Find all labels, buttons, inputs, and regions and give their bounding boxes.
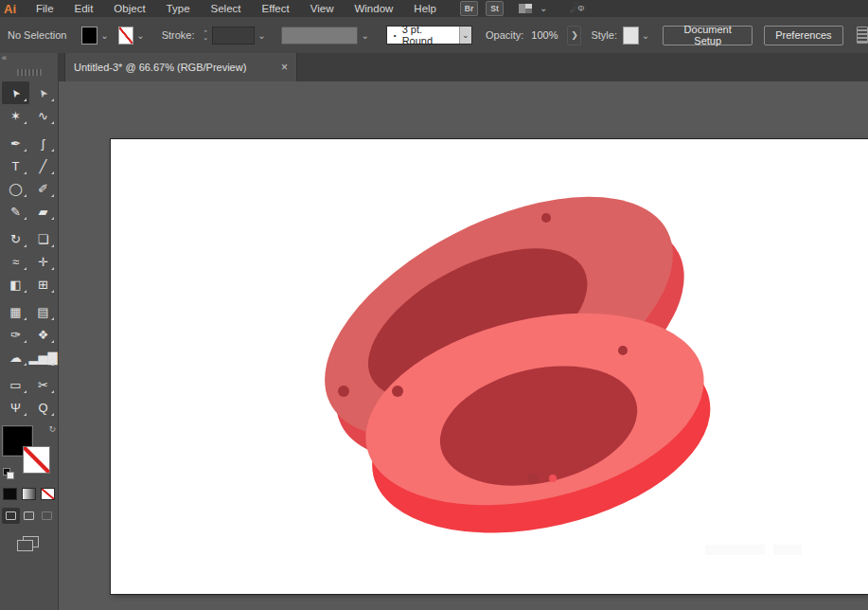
menu-file[interactable]: File [26, 3, 64, 14]
document-setup-button[interactable]: Document Setup [663, 26, 753, 45]
arrange-documents-icon[interactable] [519, 4, 532, 13]
gradient-button[interactable] [22, 488, 36, 500]
fill-stroke-indicator: ↻ [3, 426, 56, 479]
blend-tool[interactable]: ❖ [29, 323, 57, 346]
shape-builder-tool[interactable]: ◧ [2, 273, 29, 296]
slice-tool-icon: ✂ [38, 379, 48, 391]
default-fill-stroke-icon[interactable] [3, 468, 13, 478]
fill-color-swatch[interactable] [81, 27, 97, 45]
free-transform-tool-icon: ✛ [38, 256, 48, 268]
stroke-width-dropdown[interactable] [212, 27, 255, 45]
menu-help[interactable]: Help [403, 3, 447, 14]
line-segment-tool[interactable]: ╱ [29, 154, 57, 177]
bridge-button[interactable]: Br [460, 1, 478, 16]
rotate-tool[interactable]: ↻ [2, 227, 29, 250]
scale-tool[interactable]: ❏ [29, 227, 57, 250]
line-segment-tool-icon: ╱ [40, 160, 47, 172]
pasteboard[interactable] [59, 81, 868, 610]
stock-button[interactable]: St [486, 1, 504, 16]
color-mode-row [3, 488, 55, 500]
gpu-performance-button[interactable]: ☄ Φ [570, 2, 584, 15]
perspective-grid-tool[interactable]: ⊞ [29, 273, 57, 296]
opacity-value[interactable]: 100% [531, 29, 558, 41]
gradient-tool-icon: ▤ [37, 306, 48, 318]
menu-window[interactable]: Window [344, 3, 403, 14]
draw-inside-button[interactable] [38, 508, 56, 524]
magic-wand-tool[interactable]: ✶ [2, 104, 29, 127]
document-tab-title: Untitled-3* @ 66.67% (RGB/Preview) [74, 62, 246, 73]
menu-edit[interactable]: Edit [64, 3, 104, 14]
back-cell-rim-dot [338, 386, 349, 397]
tools-panel: « ➤➤✶∿✒ʃT╱◯✐✎▰↻❏≈✛◧⊞▦▤✑❖☁▂▅▇▭✂ΨQ ↻ [0, 53, 59, 610]
selection-status: No Selection [8, 29, 66, 41]
style-swatch[interactable] [623, 27, 639, 45]
type-tool[interactable]: T [2, 154, 29, 177]
document-tab[interactable]: Untitled-3* @ 66.67% (RGB/Preview) × [64, 53, 297, 81]
variable-width-profile-dropdown[interactable]: • 3 pt. Round ⌄ [386, 26, 472, 45]
stroke-indicator-swatch[interactable] [23, 446, 50, 474]
free-transform-tool[interactable]: ✛ [29, 250, 57, 273]
preferences-button[interactable]: Preferences [764, 26, 842, 45]
opacity-more-button[interactable]: ❯ [567, 26, 581, 45]
draw-normal-button[interactable] [2, 508, 20, 524]
type-tool-icon: T [12, 160, 20, 172]
mesh-tool[interactable]: ▦ [2, 300, 29, 323]
symbol-sprayer-tool[interactable]: ☁ [2, 346, 29, 368]
fill-chevron-icon[interactable]: ⌄ [100, 30, 108, 41]
brush-chevron-icon[interactable]: ⌄ [361, 30, 368, 41]
eraser-tool[interactable]: ▰ [29, 200, 57, 223]
selection-tool-icon: ➤ [9, 86, 22, 99]
artboard-tool[interactable]: ▭ [2, 373, 29, 396]
scale-tool-icon: ❏ [38, 233, 49, 245]
ellipse-tool[interactable]: ◯ [2, 177, 29, 200]
slice-tool[interactable]: ✂ [29, 373, 57, 396]
document-tab-bar: Untitled-3* @ 66.67% (RGB/Preview) × [59, 53, 868, 82]
stroke-width-chevron-icon[interactable]: ⌄ [257, 30, 265, 41]
menu-type[interactable]: Type [156, 3, 201, 14]
lasso-tool[interactable]: ∿ [29, 104, 57, 127]
workspace-chevron-icon[interactable]: ⌄ [540, 4, 547, 13]
artboard[interactable] [111, 139, 868, 594]
swap-fill-stroke-icon[interactable]: ↻ [48, 424, 56, 434]
style-label: Style: [591, 29, 617, 41]
width-tool[interactable]: ≈ [2, 250, 29, 273]
front-cell-dot-right [618, 346, 628, 355]
menu-view[interactable]: View [300, 3, 345, 14]
menu-bar: Ai FileEditObjectTypeSelectEffectViewWin… [0, 0, 868, 17]
menu-object[interactable]: Object [103, 3, 155, 14]
stroke-color-swatch[interactable] [118, 27, 134, 45]
screen-mode-button[interactable] [17, 536, 38, 551]
collapse-panel-button[interactable]: « [2, 53, 7, 63]
symbol-sprayer-tool-icon: ☁ [9, 351, 22, 364]
drawing-modes [2, 508, 56, 524]
app-logo: Ai [4, 2, 16, 16]
power-icon: Φ [577, 4, 584, 13]
profile-value: 3 pt. Round [402, 24, 459, 46]
zoom-tool-icon: Q [38, 402, 47, 414]
pencil-tool[interactable]: ✎ [2, 200, 29, 223]
color-button[interactable] [3, 488, 17, 500]
eyedropper-tool[interactable]: ✑ [2, 323, 29, 346]
brush-dropdown[interactable] [281, 27, 359, 45]
curvature-tool[interactable]: ʃ [29, 132, 57, 154]
draw-behind-button[interactable] [20, 508, 38, 524]
paintbrush-tool[interactable]: ✐ [29, 177, 57, 200]
none-button[interactable] [41, 488, 55, 500]
direct-selection-tool[interactable]: ➤ [29, 81, 57, 104]
stroke-chevron-icon[interactable]: ⌄ [136, 30, 144, 41]
pen-tool[interactable]: ✒ [2, 132, 29, 154]
profile-chevron-icon: ⌄ [459, 27, 471, 44]
gradient-tool[interactable]: ▤ [29, 300, 57, 323]
menu-effect[interactable]: Effect [252, 3, 300, 14]
panel-grip[interactable] [17, 69, 42, 76]
style-chevron-icon[interactable]: ⌄ [642, 30, 649, 41]
docked-panel-icon[interactable] [857, 27, 868, 44]
tab-close-icon[interactable]: × [281, 61, 288, 74]
stroke-width-stepper[interactable]: ⌃⌄ [201, 27, 211, 45]
column-graph-tool[interactable]: ▂▅▇ [29, 346, 57, 368]
hand-tool[interactable]: Ψ [2, 396, 29, 419]
selection-tool[interactable]: ➤ [2, 81, 29, 104]
zoom-tool[interactable]: Q [29, 396, 57, 419]
menu-select[interactable]: Select [201, 3, 252, 14]
front-cell-dot-left [392, 386, 403, 397]
